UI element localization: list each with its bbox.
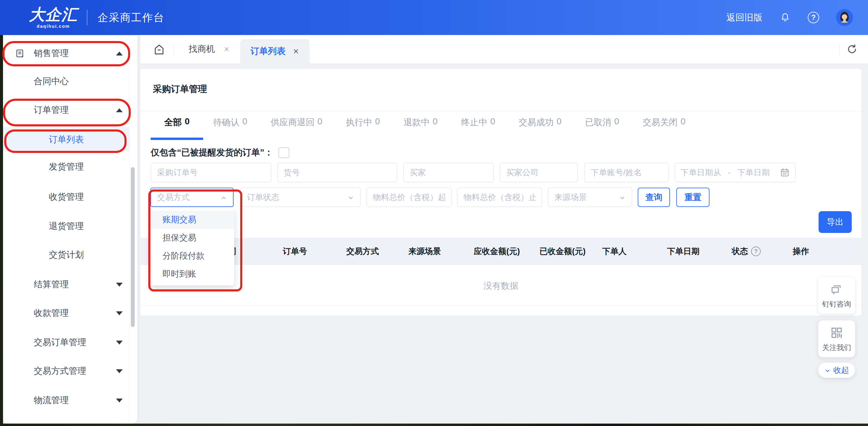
close-icon[interactable] bbox=[223, 46, 230, 53]
status-tab-pending-confirm[interactable]: 待确认 0 bbox=[213, 116, 247, 140]
status-tab-label: 已取消 bbox=[585, 116, 611, 129]
sidebar-item-label: 收货管理 bbox=[49, 191, 84, 203]
dropdown-option-instant[interactable]: 即时到账 bbox=[150, 265, 234, 283]
reset-button-label: 重置 bbox=[684, 192, 701, 203]
document-icon bbox=[15, 48, 25, 59]
chevron-down-icon bbox=[116, 341, 123, 344]
help-icon[interactable]: ? bbox=[808, 12, 819, 23]
widget-label: 钉钉咨询 bbox=[822, 299, 851, 309]
tab-right-divider bbox=[839, 44, 839, 55]
page-title: 采购订单管理 bbox=[153, 83, 207, 95]
export-button[interactable]: 导出 bbox=[818, 211, 852, 233]
collapse-widgets-button[interactable]: 收起 bbox=[818, 363, 855, 378]
dingtalk-consult-widget[interactable]: 钉钉咨询 bbox=[818, 277, 855, 314]
dropdown-option-credit-period[interactable]: 账期交易 bbox=[150, 210, 234, 229]
chat-bubble-icon bbox=[830, 282, 844, 296]
buyer-input[interactable] bbox=[403, 163, 494, 182]
trade-mode-dropdown: 账期交易 担保交易 分阶段付款 即时到账 bbox=[150, 208, 234, 285]
notification-bell-icon[interactable] bbox=[779, 12, 791, 23]
dropdown-option-guaranteed[interactable]: 担保交易 bbox=[150, 229, 234, 247]
search-button-label: 查询 bbox=[646, 192, 662, 203]
status-tab-count: 0 bbox=[433, 116, 438, 129]
page-tab-bar: 找商机 订单列表 bbox=[141, 35, 868, 63]
status-tab-label: 退款中 bbox=[404, 116, 430, 129]
chevron-down-icon bbox=[116, 311, 123, 315]
chevron-up-icon bbox=[116, 52, 123, 56]
column-order-no: 订单号 bbox=[283, 238, 307, 265]
column-source-scene: 来源场景 bbox=[408, 238, 441, 265]
option-label: 账期交易 bbox=[162, 214, 196, 225]
column-order-date: 下单日期 bbox=[667, 238, 700, 265]
purchase-order-card: 采购订单管理 全部 0 待确认 0 供应商退回 0 执行中 0 退款中 0 bbox=[141, 69, 861, 316]
buyer-company-input[interactable] bbox=[500, 163, 578, 182]
status-tab-count: 0 bbox=[681, 116, 685, 129]
column-orderer: 下单人 bbox=[602, 238, 627, 265]
status-tab-label: 待确认 bbox=[213, 116, 239, 129]
header-actions: 返回旧版 ? bbox=[726, 0, 853, 35]
search-button[interactable]: 查询 bbox=[638, 188, 670, 207]
sidebar-item-label: 订单管理 bbox=[34, 104, 69, 116]
purchase-order-no-input[interactable] bbox=[151, 163, 271, 182]
refresh-icon[interactable] bbox=[846, 43, 858, 55]
status-tab-label: 交易关闭 bbox=[643, 116, 678, 129]
sidebar-item-label: 物流管理 bbox=[34, 394, 69, 406]
follow-us-widget[interactable]: 关注我们 bbox=[818, 320, 855, 357]
select-placeholder: 订单状态 bbox=[247, 192, 279, 203]
tab-find-business[interactable]: 找商机 bbox=[189, 35, 230, 63]
column-received-amount: 已收金额(元) bbox=[539, 238, 586, 265]
sidebar-item-contract-center[interactable]: 合同中心 bbox=[3, 70, 137, 92]
sidebar-item-shipping-management[interactable]: 发货管理 bbox=[3, 156, 137, 178]
home-tab-icon[interactable] bbox=[153, 43, 166, 56]
sidebar: 销售管理 合同中心 订单管理 订单列表 发货管理 收货管理 退货管理 交货计划 … bbox=[3, 36, 137, 424]
reset-button[interactable]: 重置 bbox=[676, 188, 710, 207]
status-tab-refunding[interactable]: 退款中 0 bbox=[404, 116, 438, 140]
status-tab-all[interactable]: 全部 0 bbox=[164, 116, 190, 140]
status-tab-executing[interactable]: 执行中 0 bbox=[346, 116, 380, 140]
status-tab-count: 0 bbox=[185, 116, 190, 129]
logo-text: 大企汇 bbox=[29, 7, 78, 22]
source-scene-select[interactable]: 来源场景 bbox=[548, 188, 632, 207]
chevron-up-icon bbox=[220, 194, 227, 201]
material-price-from-input[interactable] bbox=[367, 188, 452, 207]
user-avatar[interactable] bbox=[836, 9, 853, 26]
sidebar-item-logistics-management[interactable]: 物流管理 bbox=[3, 390, 137, 411]
reminder-label: 仅包含“已被提醒发货的订单”： bbox=[151, 147, 273, 159]
back-to-old-version-link[interactable]: 返回旧版 bbox=[726, 11, 763, 24]
status-tab-label: 供应商退回 bbox=[271, 116, 314, 129]
date-to-placeholder: 下单日期 bbox=[737, 167, 770, 178]
sidebar-item-collection-management[interactable]: 收款管理 bbox=[3, 302, 137, 324]
status-help-icon[interactable]: ? bbox=[751, 247, 761, 256]
status-tab-count: 0 bbox=[614, 116, 619, 129]
trade-mode-select[interactable]: 交易方式 bbox=[150, 188, 234, 207]
sidebar-item-settlement-management[interactable]: 结算管理 bbox=[3, 274, 137, 295]
status-tab-success[interactable]: 交易成功 0 bbox=[519, 116, 561, 140]
item-no-input[interactable] bbox=[277, 163, 397, 182]
tab-label: 找商机 bbox=[189, 43, 215, 55]
reminder-checkbox[interactable] bbox=[278, 147, 289, 158]
sidebar-item-trade-mode-management[interactable]: 交易方式管理 bbox=[3, 360, 137, 382]
material-price-to-input[interactable] bbox=[457, 188, 542, 207]
sidebar-item-label: 结算管理 bbox=[34, 279, 69, 290]
option-label: 即时到账 bbox=[162, 268, 196, 280]
order-date-range-picker[interactable]: 下单日期从 - 下单日期 bbox=[675, 163, 796, 182]
sidebar-item-delivery-plan[interactable]: 交货计划 bbox=[3, 244, 137, 266]
dropdown-option-staged-payment[interactable]: 分阶段付款 bbox=[150, 247, 234, 265]
order-status-select[interactable]: 订单状态 bbox=[241, 188, 361, 207]
status-tab-cancelled[interactable]: 已取消 0 bbox=[585, 116, 619, 140]
tab-order-list-active[interactable]: 订单列表 bbox=[240, 39, 310, 63]
select-placeholder: 交易方式 bbox=[157, 192, 190, 203]
sidebar-item-returns-management[interactable]: 退货管理 bbox=[3, 216, 137, 237]
sidebar-item-sales-management[interactable]: 销售管理 bbox=[3, 42, 137, 64]
close-icon[interactable] bbox=[293, 48, 299, 55]
sidebar-item-receiving-management[interactable]: 收货管理 bbox=[3, 186, 137, 208]
order-account-input[interactable] bbox=[584, 163, 669, 182]
sidebar-item-order-list[interactable]: 订单列表 bbox=[3, 129, 137, 150]
sidebar-item-order-management[interactable]: 订单管理 bbox=[3, 99, 137, 121]
status-tab-supplier-returned[interactable]: 供应商退回 0 bbox=[271, 116, 322, 140]
chevron-down-icon bbox=[116, 399, 123, 402]
chevron-down-icon bbox=[116, 369, 123, 373]
column-actions: 操作 bbox=[793, 238, 809, 265]
status-tab-closed[interactable]: 交易关闭 0 bbox=[643, 116, 685, 140]
sidebar-item-trade-order-management[interactable]: 交易订单管理 bbox=[3, 332, 137, 353]
status-tab-terminating[interactable]: 终止中 0 bbox=[461, 116, 495, 140]
